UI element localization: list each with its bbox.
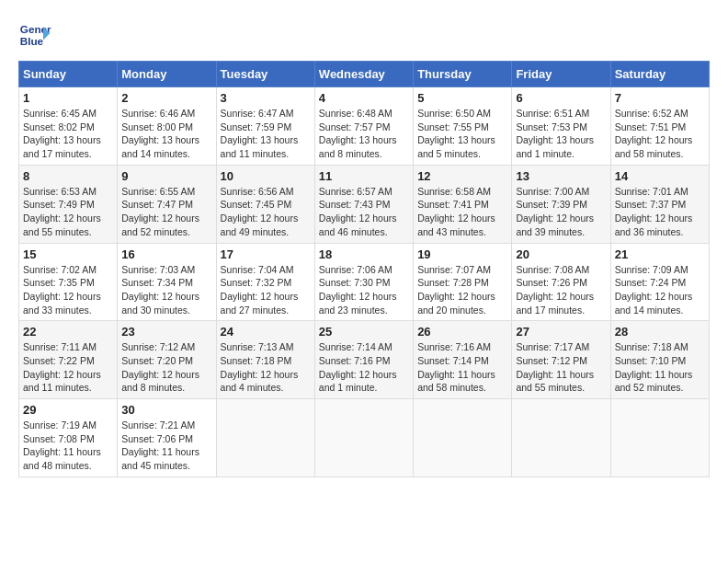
day-number: 25	[319, 325, 409, 339]
column-header-monday: Monday	[118, 62, 216, 87]
day-number: 20	[516, 247, 606, 261]
calendar-cell: 3 Sunrise: 6:47 AMSunset: 7:59 PMDayligh…	[216, 87, 314, 166]
day-info: Sunrise: 7:07 AMSunset: 7:28 PMDaylight:…	[417, 263, 507, 317]
day-number: 30	[121, 403, 211, 417]
day-info: Sunrise: 6:48 AMSunset: 7:57 PMDaylight:…	[319, 107, 409, 161]
day-number: 21	[615, 247, 705, 261]
day-number: 11	[319, 169, 409, 183]
day-number: 4	[319, 91, 409, 105]
calendar-cell	[216, 399, 314, 477]
day-number: 13	[516, 169, 606, 183]
calendar-cell: 28 Sunrise: 7:18 AMSunset: 7:10 PMDaylig…	[610, 321, 709, 399]
calendar-week-row: 1 Sunrise: 6:45 AMSunset: 8:02 PMDayligh…	[19, 87, 710, 166]
day-info: Sunrise: 7:18 AMSunset: 7:10 PMDaylight:…	[615, 340, 705, 395]
calendar-cell: 15 Sunrise: 7:02 AMSunset: 7:35 PMDaylig…	[19, 243, 118, 321]
calendar-cell: 14 Sunrise: 7:01 AMSunset: 7:37 PMDaylig…	[610, 165, 709, 243]
logo: General Blue	[18, 18, 51, 52]
day-info: Sunrise: 7:13 AMSunset: 7:18 PMDaylight:…	[221, 340, 311, 395]
calendar-cell: 21 Sunrise: 7:09 AMSunset: 7:24 PMDaylig…	[610, 243, 709, 321]
calendar-week-row: 29 Sunrise: 7:19 AMSunset: 7:08 PMDaylig…	[19, 399, 710, 477]
day-info: Sunrise: 6:45 AMSunset: 8:02 PMDaylight:…	[23, 107, 113, 161]
day-number: 17	[221, 247, 311, 261]
calendar-week-row: 15 Sunrise: 7:02 AMSunset: 7:35 PMDaylig…	[19, 243, 710, 321]
day-number: 16	[121, 247, 211, 261]
calendar-cell: 29 Sunrise: 7:19 AMSunset: 7:08 PMDaylig…	[19, 399, 118, 477]
column-header-tuesday: Tuesday	[216, 62, 314, 87]
day-info: Sunrise: 7:02 AMSunset: 7:35 PMDaylight:…	[23, 263, 113, 317]
day-info: Sunrise: 7:00 AMSunset: 7:39 PMDaylight:…	[516, 185, 606, 239]
day-info: Sunrise: 6:55 AMSunset: 7:47 PMDaylight:…	[121, 185, 211, 239]
day-number: 15	[23, 247, 113, 261]
calendar-header-row: SundayMondayTuesdayWednesdayThursdayFrid…	[19, 62, 710, 87]
calendar-cell: 19 Sunrise: 7:07 AMSunset: 7:28 PMDaylig…	[414, 243, 512, 321]
day-info: Sunrise: 6:53 AMSunset: 7:49 PMDaylight:…	[23, 185, 113, 239]
calendar-body: 1 Sunrise: 6:45 AMSunset: 8:02 PMDayligh…	[19, 87, 710, 477]
calendar-cell: 13 Sunrise: 7:00 AMSunset: 7:39 PMDaylig…	[512, 165, 610, 243]
calendar-cell: 7 Sunrise: 6:52 AMSunset: 7:51 PMDayligh…	[610, 87, 709, 166]
calendar-cell: 23 Sunrise: 7:12 AMSunset: 7:20 PMDaylig…	[118, 321, 216, 399]
day-number: 14	[615, 169, 705, 183]
calendar-cell: 30 Sunrise: 7:21 AMSunset: 7:06 PMDaylig…	[118, 399, 216, 477]
calendar-cell: 12 Sunrise: 6:58 AMSunset: 7:41 PMDaylig…	[414, 165, 512, 243]
calendar-cell: 6 Sunrise: 6:51 AMSunset: 7:53 PMDayligh…	[512, 87, 610, 166]
calendar-cell: 8 Sunrise: 6:53 AMSunset: 7:49 PMDayligh…	[19, 165, 118, 243]
calendar-cell: 9 Sunrise: 6:55 AMSunset: 7:47 PMDayligh…	[118, 165, 216, 243]
day-info: Sunrise: 6:57 AMSunset: 7:43 PMDaylight:…	[319, 185, 409, 239]
day-info: Sunrise: 7:04 AMSunset: 7:32 PMDaylight:…	[221, 263, 311, 317]
calendar-cell: 10 Sunrise: 6:56 AMSunset: 7:45 PMDaylig…	[216, 165, 314, 243]
calendar-cell: 4 Sunrise: 6:48 AMSunset: 7:57 PMDayligh…	[314, 87, 413, 166]
calendar-cell	[314, 399, 413, 477]
day-number: 23	[121, 325, 211, 339]
calendar-cell: 27 Sunrise: 7:17 AMSunset: 7:12 PMDaylig…	[512, 321, 610, 399]
day-info: Sunrise: 6:56 AMSunset: 7:45 PMDaylight:…	[221, 185, 311, 239]
day-info: Sunrise: 7:14 AMSunset: 7:16 PMDaylight:…	[319, 340, 409, 395]
calendar-cell: 22 Sunrise: 7:11 AMSunset: 7:22 PMDaylig…	[19, 321, 118, 399]
calendar-week-row: 8 Sunrise: 6:53 AMSunset: 7:49 PMDayligh…	[19, 165, 710, 243]
day-info: Sunrise: 7:01 AMSunset: 7:37 PMDaylight:…	[615, 185, 705, 239]
calendar-cell: 18 Sunrise: 7:06 AMSunset: 7:30 PMDaylig…	[314, 243, 413, 321]
calendar-cell: 25 Sunrise: 7:14 AMSunset: 7:16 PMDaylig…	[314, 321, 413, 399]
calendar-cell: 24 Sunrise: 7:13 AMSunset: 7:18 PMDaylig…	[216, 321, 314, 399]
day-number: 2	[121, 91, 211, 105]
calendar-cell	[414, 399, 512, 477]
day-number: 3	[221, 91, 311, 105]
column-header-friday: Friday	[512, 62, 610, 87]
day-info: Sunrise: 7:19 AMSunset: 7:08 PMDaylight:…	[23, 419, 113, 473]
day-number: 9	[121, 169, 211, 183]
day-info: Sunrise: 6:52 AMSunset: 7:51 PMDaylight:…	[615, 107, 705, 161]
calendar-cell: 5 Sunrise: 6:50 AMSunset: 7:55 PMDayligh…	[414, 87, 512, 166]
day-info: Sunrise: 7:09 AMSunset: 7:24 PMDaylight:…	[615, 263, 705, 317]
day-info: Sunrise: 7:03 AMSunset: 7:34 PMDaylight:…	[121, 263, 211, 317]
day-info: Sunrise: 7:16 AMSunset: 7:14 PMDaylight:…	[417, 340, 507, 395]
day-info: Sunrise: 7:11 AMSunset: 7:22 PMDaylight:…	[23, 340, 113, 395]
day-number: 7	[615, 91, 705, 105]
day-number: 1	[23, 91, 113, 105]
day-number: 19	[417, 247, 507, 261]
calendar-cell: 26 Sunrise: 7:16 AMSunset: 7:14 PMDaylig…	[414, 321, 512, 399]
column-header-saturday: Saturday	[610, 62, 709, 87]
day-number: 22	[23, 325, 113, 339]
day-number: 18	[319, 247, 409, 261]
day-info: Sunrise: 6:50 AMSunset: 7:55 PMDaylight:…	[417, 107, 507, 161]
calendar-cell: 20 Sunrise: 7:08 AMSunset: 7:26 PMDaylig…	[512, 243, 610, 321]
day-info: Sunrise: 7:06 AMSunset: 7:30 PMDaylight:…	[319, 263, 409, 317]
day-info: Sunrise: 6:51 AMSunset: 7:53 PMDaylight:…	[516, 107, 606, 161]
svg-text:Blue: Blue	[20, 35, 44, 47]
calendar-cell: 16 Sunrise: 7:03 AMSunset: 7:34 PMDaylig…	[118, 243, 216, 321]
day-info: Sunrise: 7:17 AMSunset: 7:12 PMDaylight:…	[516, 340, 606, 395]
logo-icon: General Blue	[18, 18, 51, 52]
calendar-cell: 11 Sunrise: 6:57 AMSunset: 7:43 PMDaylig…	[314, 165, 413, 243]
calendar-cell: 2 Sunrise: 6:46 AMSunset: 8:00 PMDayligh…	[118, 87, 216, 166]
calendar-cell: 1 Sunrise: 6:45 AMSunset: 8:02 PMDayligh…	[19, 87, 118, 166]
day-info: Sunrise: 7:12 AMSunset: 7:20 PMDaylight:…	[121, 340, 211, 395]
day-number: 6	[516, 91, 606, 105]
day-number: 12	[417, 169, 507, 183]
page-header: General Blue	[18, 18, 710, 52]
column-header-thursday: Thursday	[414, 62, 512, 87]
day-number: 29	[23, 403, 113, 417]
calendar-table: SundayMondayTuesdayWednesdayThursdayFrid…	[18, 61, 710, 477]
day-number: 8	[23, 169, 113, 183]
day-info: Sunrise: 7:21 AMSunset: 7:06 PMDaylight:…	[121, 419, 211, 473]
day-info: Sunrise: 6:46 AMSunset: 8:00 PMDaylight:…	[121, 107, 211, 161]
day-number: 24	[221, 325, 311, 339]
